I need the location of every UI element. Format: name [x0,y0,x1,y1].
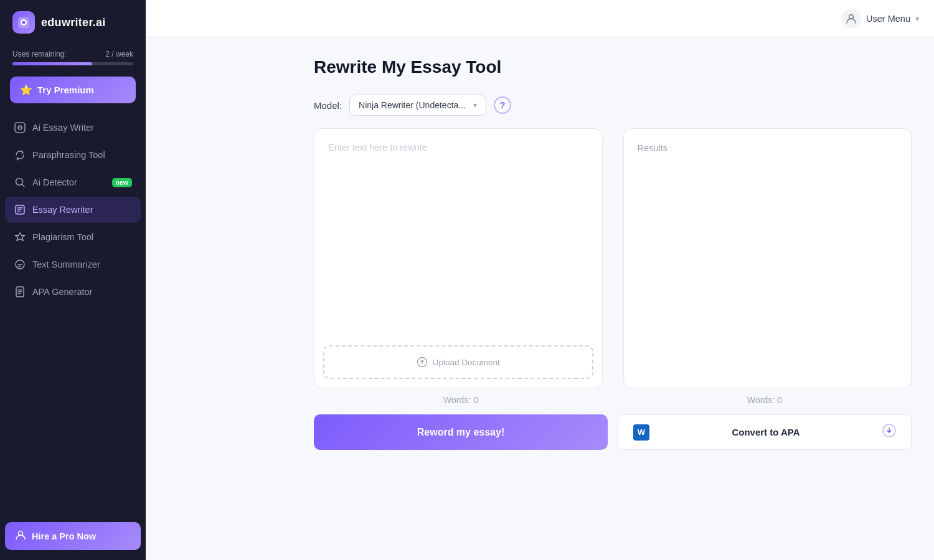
sidebar-item-apa-generator[interactable]: APA Generator [5,279,141,305]
user-menu[interactable]: User Menu ▾ [841,9,919,29]
usage-bar-background [12,62,133,65]
sidebar-item-ai-essay-writer[interactable]: Ai Essay Writer [5,114,141,141]
sidebar-item-label: Paraphrasing Tool [32,150,132,160]
sidebar-item-plagiarism-tool[interactable]: Plagiarism Tool [5,224,141,250]
try-premium-button[interactable]: ⭐ Try Premium [10,77,136,103]
plagiarism-tool-icon [14,231,26,243]
essay-rewriter-icon [14,203,26,216]
words-right-count: Words: 0 [747,390,782,410]
chevron-down-icon: ▾ [915,14,919,23]
svg-point-5 [19,127,21,128]
new-badge: new [112,178,132,187]
download-icon [882,424,896,441]
usage-label: Uses remaining: 2 / week [12,50,133,58]
paraphrasing-tool-icon [14,149,26,161]
page-title: Rewrite My Essay Tool [314,57,912,77]
usage-section: Uses remaining: 2 / week [0,45,146,73]
upload-label: Upload Document [433,358,500,367]
logo-icon [12,11,35,34]
hire-pro-button[interactable]: Hire a Pro Now [5,522,141,550]
words-left-count: Words: 0 [443,390,478,410]
reword-button[interactable]: Reword my essay! [314,414,608,450]
essay-input-textarea[interactable] [314,129,602,340]
usage-bar-fill [12,62,92,65]
nav-menu: Ai Essay Writer Paraphrasing Tool Ai Det… [0,114,146,512]
sidebar-item-label: Essay Rewriter [32,205,132,215]
apa-generator-icon [14,286,26,298]
results-editor-pane: Results [623,128,912,388]
user-avatar-icon [841,9,861,29]
sidebar-item-text-summarizer[interactable]: Text Summarizer [5,251,141,278]
chevron-down-icon: ▾ [473,101,477,110]
sidebar-item-label: Text Summarizer [32,259,132,269]
sidebar-item-label: APA Generator [32,287,132,297]
help-icon[interactable]: ? [494,96,511,114]
sidebar-item-label: Plagiarism Tool [32,232,132,242]
sidebar-item-essay-rewriter[interactable]: Essay Rewriter [5,197,141,223]
svg-point-6 [16,179,23,185]
sidebar-bottom: Hire a Pro Now [0,512,146,560]
sidebar-item-ai-detector[interactable]: Ai Detector new [5,169,141,195]
sidebar-item-paraphrasing-tool[interactable]: Paraphrasing Tool [5,142,141,168]
hire-pro-icon [15,530,26,543]
logo-text: eduwriter.ai [41,16,106,29]
main-content: Rewrite My Essay Tool Model: Ninja Rewri… [291,0,934,560]
sidebar: eduwriter.ai Uses remaining: 2 / week ⭐ … [0,0,146,560]
sidebar-item-label: Ai Detector [32,177,106,187]
results-label: Results [638,143,667,153]
logo-area: eduwriter.ai [0,0,146,45]
model-select-dropdown[interactable]: Ninja Rewriter (Undetecta... ▾ [349,95,486,116]
sidebar-item-label: Ai Essay Writer [32,123,132,133]
upload-document-area[interactable]: Upload Document [323,345,593,379]
ai-essay-writer-icon [14,121,26,134]
header: User Menu ▾ [146,0,934,37]
input-editor-pane: Upload Document [314,128,603,388]
premium-icon: ⭐ [20,84,32,96]
convert-apa-button[interactable]: W Convert to APA [618,414,912,450]
model-label: Model: [314,100,342,111]
model-row: Model: Ninja Rewriter (Undetecta... ▾ ? [314,95,912,116]
text-summarizer-icon [14,258,26,271]
ai-detector-icon [14,176,26,189]
word-icon: W [633,424,649,441]
svg-point-2 [22,21,26,24]
